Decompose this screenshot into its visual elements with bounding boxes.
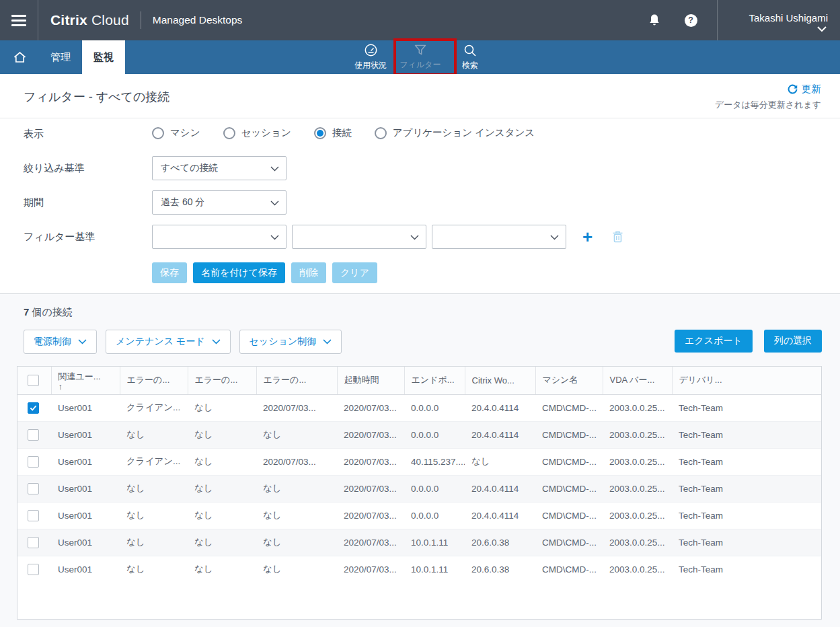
table-cell: なし — [120, 502, 188, 529]
refresh-button[interactable]: 更新 — [788, 83, 821, 96]
table-row[interactable]: User001なしなしなし2020/07/03...10.0.1.1120.6.… — [17, 529, 821, 556]
table-cell: なし — [120, 421, 188, 448]
table-row[interactable]: User001クライアン...なし2020/07/03...2020/07/03… — [17, 394, 821, 421]
connections-table: 関連ユー...↑エラーの...エラーの...エラーの...起動時間エンドポ...… — [17, 366, 822, 620]
table-cell: なし — [256, 421, 337, 448]
row-checkbox[interactable] — [28, 483, 39, 494]
delete-criteria-trash-icon[interactable] — [611, 230, 624, 244]
table-cell: User001 — [51, 448, 120, 475]
table-cell: 2003.0.0.25... — [603, 448, 672, 475]
table-cell: User001 — [51, 502, 120, 529]
nav-tool-funnel[interactable]: フィルター — [395, 40, 445, 74]
criteria-select-2[interactable] — [292, 225, 426, 249]
table-row[interactable]: User001なしなしなし2020/07/03...0.0.0.020.4.0.… — [17, 475, 821, 502]
column-select-button[interactable]: 列の選択 — [764, 330, 822, 353]
row-checkbox[interactable] — [28, 402, 39, 414]
period-label: 期間 — [24, 196, 44, 209]
table-cell: 2020/07/03... — [337, 475, 404, 502]
brand-divider — [141, 11, 141, 29]
row-checkbox[interactable] — [28, 429, 39, 441]
column-header-5[interactable]: エンドポ... — [404, 367, 465, 394]
column-header-6[interactable]: Citrix Wo... — [465, 367, 535, 394]
column-header-1[interactable]: エラーの... — [120, 367, 188, 394]
clear-button[interactable]: クリア — [332, 262, 377, 283]
column-header-0[interactable]: 関連ユー...↑ — [51, 367, 120, 394]
radio-option-1[interactable]: セッション — [223, 126, 291, 139]
result-count-suffix: 個の接続 — [29, 306, 73, 318]
topbar-divider — [717, 0, 718, 40]
table-cell: CMD\CMD-... — [535, 556, 603, 583]
column-header-2[interactable]: エラーの... — [188, 367, 256, 394]
table-cell: CMD\CMD-... — [535, 502, 603, 529]
table-row[interactable]: User001なしなしなし2020/07/03...0.0.0.020.4.0.… — [17, 421, 821, 448]
table-cell: 10.0.1.11 — [404, 556, 465, 583]
table-cell: 2020/07/03... — [337, 502, 404, 529]
criteria-select-1[interactable] — [152, 225, 287, 249]
table-row[interactable]: User001クライアン...なし2020/07/03...2020/07/03… — [17, 448, 821, 475]
column-header-4[interactable]: 起動時間 — [337, 367, 404, 394]
radio-option-2[interactable]: 接続 — [314, 126, 352, 139]
notifications-bell-icon[interactable] — [643, 9, 666, 32]
save-as-button[interactable]: 名前を付けて保存 — [193, 262, 285, 283]
column-header-label: マシン名 — [543, 375, 578, 385]
chevron-down-icon — [212, 339, 221, 344]
column-header-8[interactable]: VDA バー... — [603, 367, 672, 394]
row-checkbox[interactable] — [28, 564, 39, 575]
export-button[interactable]: エクスポート — [675, 330, 753, 353]
add-criteria-plus-icon[interactable]: + — [582, 230, 593, 244]
filter-by-select[interactable]: すべての接続 — [152, 156, 287, 180]
header-checkbox[interactable] — [28, 375, 39, 386]
session-control-menu[interactable]: セッション制御 — [239, 330, 342, 354]
column-header-7[interactable]: マシン名 — [535, 367, 603, 394]
radio-option-3[interactable]: アプリケーション インスタンス — [375, 126, 535, 139]
table-row[interactable]: User001なしなしなし2020/07/03...10.0.1.1120.6.… — [17, 556, 821, 583]
maintenance-mode-menu[interactable]: メンテナンス モード — [106, 330, 231, 354]
help-icon[interactable]: ? — [679, 9, 702, 32]
tab-manage[interactable]: 管理 — [39, 40, 82, 74]
app-title: Managed Desktops — [153, 14, 243, 26]
table-cell: 2003.0.0.25... — [603, 394, 672, 421]
table-cell: CMD\CMD-... — [535, 448, 603, 475]
column-header-3[interactable]: エラーの... — [256, 367, 337, 394]
table-cell: User001 — [51, 421, 120, 448]
criteria-select-3[interactable] — [432, 225, 566, 249]
table-cell: なし — [188, 475, 256, 502]
funnel-icon — [414, 44, 427, 57]
table-cell: CMD\CMD-... — [535, 475, 603, 502]
criteria-label: フィルター基準 — [24, 231, 95, 244]
home-icon[interactable] — [0, 40, 39, 74]
table-cell: 0.0.0.0 — [404, 394, 465, 421]
row-checkbox[interactable] — [28, 537, 39, 548]
table-cell: 2020/07/03... — [337, 529, 404, 556]
row-checkbox[interactable] — [28, 456, 39, 468]
table-cell: Tech-Team — [672, 448, 821, 475]
refresh-note: データは毎分更新されます — [715, 99, 821, 111]
row-checkbox[interactable] — [28, 510, 39, 521]
tab-monitor[interactable]: 監視 — [82, 40, 125, 74]
save-button[interactable]: 保存 — [152, 262, 187, 283]
table-cell: なし — [120, 529, 188, 556]
user-menu[interactable]: Takashi Ushigami — [727, 9, 828, 32]
chevron-down-icon — [270, 200, 279, 206]
table-row[interactable]: User001なしなしなし2020/07/03...0.0.0.020.4.0.… — [17, 502, 821, 529]
radio-option-0[interactable]: マシン — [152, 126, 200, 139]
column-header-label: エラーの... — [127, 375, 170, 385]
period-select[interactable]: 過去 60 分 — [152, 190, 287, 215]
table-cell: なし — [188, 421, 256, 448]
table-cell: User001 — [51, 556, 120, 583]
table-cell: Tech-Team — [672, 556, 821, 583]
column-header-9[interactable]: デリバリ... — [672, 367, 821, 394]
nav-tool-gauge[interactable]: 使用状況 — [346, 40, 395, 74]
delete-button[interactable]: 削除 — [291, 262, 326, 283]
table-cell: Tech-Team — [672, 475, 821, 502]
table-cell: 0.0.0.0 — [404, 475, 465, 502]
chevron-down-icon — [323, 339, 332, 344]
table-cell: 2003.0.0.25... — [603, 529, 672, 556]
column-header-label: デリバリ... — [679, 375, 722, 385]
power-control-menu[interactable]: 電源制御 — [24, 330, 97, 354]
hamburger-menu-icon[interactable] — [0, 0, 38, 40]
help-question-mark: ? — [685, 14, 697, 27]
table-cell: User001 — [51, 529, 120, 556]
table-cell: 20.4.0.4114 — [465, 502, 535, 529]
nav-tool-search[interactable]: 検索 — [445, 40, 495, 74]
